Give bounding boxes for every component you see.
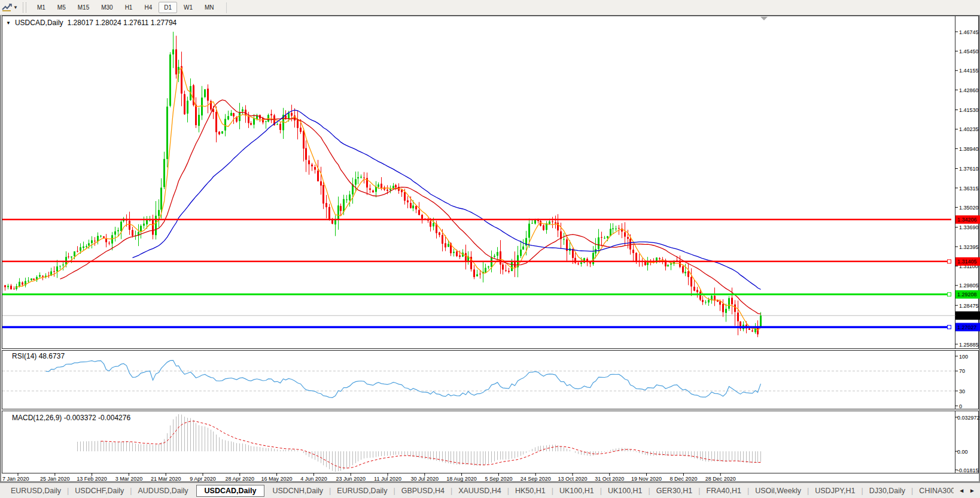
candle-body — [682, 266, 684, 272]
candle-body — [696, 290, 698, 292]
date-tick-label: 13 Oct 2020 — [558, 476, 587, 482]
symbol-tab-USOil-Weekly[interactable]: USOil,Weekly — [749, 485, 807, 497]
candle-body — [291, 113, 293, 116]
timeframe-button-H1[interactable]: H1 — [120, 2, 138, 13]
symbol-tab-UK100-H1[interactable]: UK100,H1 — [553, 485, 600, 497]
candle-body — [601, 237, 602, 238]
candle-body — [528, 224, 530, 238]
candle-body — [221, 131, 223, 133]
timeframe-button-H4[interactable]: H4 — [139, 2, 157, 13]
price-tick-label: 1.33690 — [959, 224, 979, 230]
hline-handle[interactable] — [948, 260, 951, 263]
candle-body — [520, 250, 522, 256]
symbol-tab-USDCNH-Daily[interactable]: USDCNH,Daily — [266, 485, 329, 497]
candle-body — [684, 272, 686, 273]
symbol-tab-USDJPY-H1[interactable]: USDJPY,H1 — [809, 485, 861, 497]
candle-body — [129, 221, 130, 230]
symbol-tab-GER30-H1[interactable]: GER30,H1 — [650, 485, 698, 497]
symbol-tab-DJ30-Daily[interactable]: DJ30,Daily — [863, 485, 911, 497]
candle-body — [279, 124, 281, 130]
timeframe-button-M15[interactable]: M15 — [72, 2, 95, 13]
candle-body — [760, 315, 762, 327]
candle-body — [531, 223, 533, 224]
date-tick-label: 7 Jan 2020 — [2, 476, 29, 482]
timeframe-button-W1[interactable]: W1 — [178, 2, 198, 13]
timeframe-button-M30[interactable]: M30 — [96, 2, 118, 13]
symbol-tab-CHINA300-H1[interactable]: CHINA300,H1 — [913, 485, 954, 497]
symbol-tab-USDCHF-Daily[interactable]: USDCHF,Daily — [69, 485, 130, 497]
chevron-down-icon[interactable]: ▼ — [13, 5, 18, 10]
candle-body — [629, 239, 631, 250]
rsi-panel[interactable] — [2, 351, 979, 409]
tab-scroll-right-icon[interactable]: ► — [969, 487, 975, 494]
candle-body — [53, 271, 55, 272]
candle-body — [604, 238, 605, 238]
macd-panel[interactable] — [2, 411, 979, 473]
candle-body — [448, 244, 449, 247]
candle-body — [421, 215, 423, 219]
candle-body — [31, 278, 32, 280]
candle-body — [120, 221, 122, 231]
candle-body — [508, 271, 510, 272]
candle-body — [476, 274, 478, 276]
candle-body — [549, 221, 550, 224]
candle-body — [103, 236, 105, 238]
candle-body — [155, 215, 157, 235]
candle-body — [644, 262, 646, 265]
symbol-tab-FRA40-H1[interactable]: FRA40,H1 — [701, 485, 747, 497]
symbol-tab-XAUUSD-H4[interactable]: XAUUSD,H4 — [452, 485, 507, 497]
candle-body — [175, 49, 177, 74]
candle-body — [404, 192, 406, 201]
macd-tick-label: 0.032972 — [957, 415, 980, 421]
price-tick-label: 1.36315 — [959, 186, 979, 192]
candle-body — [612, 229, 614, 229]
symbol-tab-UK100-H1[interactable]: UK100,H1 — [602, 485, 649, 497]
candle-body — [659, 258, 661, 259]
timeframe-button-M1[interactable]: M1 — [32, 2, 51, 13]
tab-scroll-left-icon[interactable]: ◄ — [958, 487, 964, 494]
collapse-indicator-icon[interactable]: ▼ — [6, 20, 11, 26]
candle-body — [68, 257, 69, 257]
chart-shift-marker-icon[interactable] — [760, 17, 768, 20]
symbol-tab-USDCAD-Daily[interactable]: USDCAD,Daily — [196, 485, 265, 497]
chart-canvas[interactable]: 1.467451.454501.441551.428601.415301.402… — [0, 15, 980, 482]
candle-body — [132, 230, 133, 236]
symbol-tab-EURUSD-Daily[interactable]: EURUSD,Daily — [5, 485, 67, 497]
candle-body — [369, 189, 371, 190]
candle-body — [166, 107, 168, 159]
date-tick-label: 19 Nov 2020 — [631, 476, 662, 482]
candle-body — [439, 232, 440, 235]
candle-body — [635, 253, 637, 260]
symbol-tab-GBPUSD-H4[interactable]: GBPUSD,H4 — [395, 485, 451, 497]
candle-body — [204, 89, 206, 97]
timeframe-button-M5[interactable]: M5 — [52, 2, 71, 13]
bid-price-label: 1.27794 — [957, 313, 977, 319]
timeframe-button-D1[interactable]: D1 — [159, 2, 177, 13]
candle-body — [563, 239, 565, 239]
rsi-tick-label: 0 — [959, 403, 962, 409]
symbol-tab-HK50-H1[interactable]: HK50,H1 — [509, 485, 552, 497]
mt4-workspace: ▼ M1M5M15M30H1H4D1W1MN 1.467451.454501.4… — [0, 0, 980, 498]
candle-body — [198, 115, 200, 126]
candle-body — [360, 177, 362, 177]
timeframe-button-MN[interactable]: MN — [199, 2, 220, 13]
candle-body — [491, 257, 492, 267]
symbol-tab-EURUSD-Daily[interactable]: EURUSD,Daily — [331, 485, 393, 497]
candle-body — [250, 123, 252, 125]
candle-body — [143, 224, 145, 226]
candle-body — [580, 263, 582, 264]
price-tick-label: 1.38940 — [959, 146, 979, 152]
candle-body — [160, 187, 162, 209]
toolbar-grip[interactable] — [23, 2, 26, 13]
hline-handle[interactable] — [948, 325, 951, 329]
main-chart-panel[interactable] — [2, 16, 979, 349]
candle-body — [598, 238, 599, 250]
symbol-tab-AUDUSD-Daily[interactable]: AUDUSD,Daily — [132, 485, 194, 497]
date-tick-label: 8 Dec 2020 — [669, 476, 697, 482]
candle-body — [355, 179, 357, 184]
candle-body — [74, 251, 75, 256]
candle-body — [303, 131, 305, 148]
chart-tool-icon[interactable] — [1, 2, 12, 13]
candle-body — [317, 171, 319, 181]
hline-handle[interactable] — [948, 293, 951, 296]
